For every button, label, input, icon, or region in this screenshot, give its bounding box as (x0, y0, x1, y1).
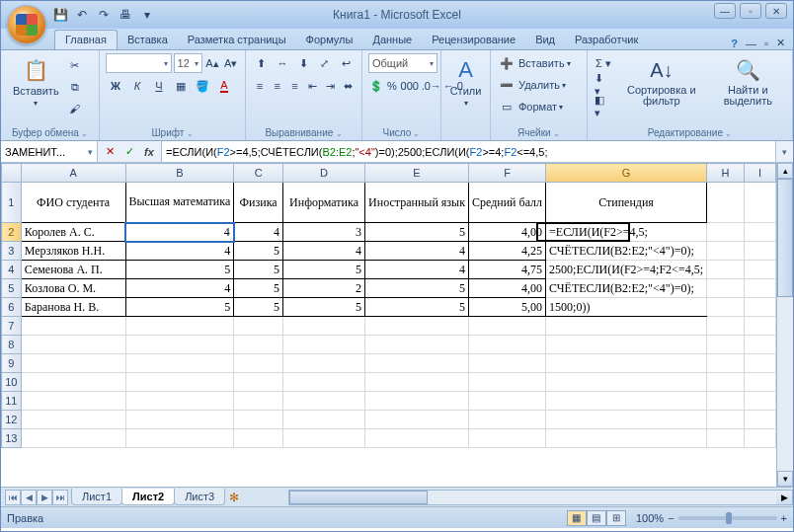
cell[interactable] (365, 317, 469, 336)
minimize-ribbon-icon[interactable]: — (746, 38, 756, 49)
cell[interactable] (21, 373, 125, 392)
cell[interactable] (744, 354, 775, 373)
cell[interactable] (744, 373, 775, 392)
cell[interactable]: 2500;ЕСЛИ(И(F2>=4;F2<=4,5; (546, 261, 707, 279)
scroll-down-icon[interactable]: ▾ (777, 471, 793, 487)
insert-cells-button[interactable]: Вставить (518, 57, 565, 69)
cell[interactable]: 5 (125, 298, 234, 317)
cell[interactable]: 4,25 (469, 242, 546, 261)
cell[interactable]: 4,00 (469, 279, 546, 298)
enter-formula-icon[interactable]: ✓ (121, 144, 137, 160)
page-break-view-icon[interactable]: ⊞ (606, 510, 626, 526)
cell[interactable]: 4 (365, 261, 469, 279)
cell[interactable]: Физика (234, 183, 283, 223)
align-left-icon[interactable]: ≡ (252, 76, 268, 96)
vertical-scrollbar[interactable]: ▴ ▾ (776, 163, 793, 487)
cell[interactable] (125, 392, 234, 411)
cell[interactable] (744, 242, 775, 261)
minimize-button[interactable]: — (714, 3, 736, 19)
save-icon[interactable]: 💾 (52, 7, 68, 23)
cell[interactable]: 5 (365, 223, 469, 242)
comma-icon[interactable]: 000 (400, 76, 420, 96)
cancel-formula-icon[interactable]: ✕ (102, 144, 118, 160)
cell[interactable]: Козлова О. М. (21, 279, 125, 298)
cell[interactable] (21, 317, 125, 336)
cell[interactable] (234, 317, 283, 336)
cell[interactable] (744, 411, 775, 429)
row-header[interactable]: 4 (2, 261, 22, 279)
row-header[interactable]: 13 (2, 429, 22, 448)
cell[interactable] (744, 429, 775, 448)
wrap-text-icon[interactable]: ↩ (337, 53, 356, 73)
delete-cells-icon[interactable]: ➖ (497, 75, 516, 95)
cell[interactable] (744, 279, 775, 298)
fill-color-icon[interactable]: 🪣 (193, 76, 212, 96)
clear-icon[interactable]: ◧ ▾ (594, 97, 613, 116)
cell[interactable]: 5 (234, 298, 283, 317)
scroll-up-icon[interactable]: ▴ (777, 163, 793, 179)
font-name-combo[interactable]: ▾ (106, 53, 172, 73)
close-doc-icon[interactable]: ✕ (776, 37, 785, 49)
cell[interactable] (469, 317, 546, 336)
row-header[interactable]: 12 (2, 411, 22, 429)
col-header[interactable]: B (125, 164, 234, 183)
sheet-tab[interactable]: Лист2 (121, 489, 175, 505)
cell[interactable] (744, 261, 775, 279)
align-top-icon[interactable]: ⬆ (252, 53, 271, 73)
grow-font-icon[interactable]: A▴ (204, 53, 221, 73)
cell[interactable]: Баранова Н. В. (21, 298, 125, 317)
cell[interactable]: 5 (365, 279, 469, 298)
cell[interactable] (706, 183, 744, 223)
row-header[interactable]: 6 (2, 298, 22, 317)
cell[interactable] (706, 392, 744, 411)
cell[interactable] (21, 429, 125, 448)
cell[interactable]: 4 (365, 242, 469, 261)
cell[interactable]: Семенова А. П. (21, 261, 125, 279)
col-header[interactable]: D (283, 164, 365, 183)
paste-button[interactable]: 📋 Вставить ▾ (7, 53, 65, 118)
cell[interactable] (706, 373, 744, 392)
cell[interactable] (21, 354, 125, 373)
italic-icon[interactable]: К (127, 76, 147, 96)
tab-insert[interactable]: Вставка (118, 31, 178, 49)
cell[interactable]: СЧЁТЕСЛИ(B2:E2;"<4")=0); (546, 279, 707, 298)
col-header[interactable]: F (469, 164, 546, 183)
cut-icon[interactable]: ✂ (65, 55, 85, 75)
last-sheet-icon[interactable]: ⏭ (52, 490, 68, 505)
cell[interactable]: 3 (283, 223, 365, 242)
cell[interactable]: 4,00 (469, 223, 546, 242)
tab-view[interactable]: Вид (525, 31, 565, 49)
tab-home[interactable]: Главная (54, 30, 118, 49)
col-header[interactable]: H (706, 164, 744, 183)
sort-filter-button[interactable]: A↓ Сортировка и фильтр (617, 53, 706, 116)
cell[interactable] (283, 336, 365, 354)
cell[interactable] (546, 317, 707, 336)
horizontal-scrollbar[interactable]: ◀ ▶ (288, 490, 793, 505)
cell[interactable] (234, 336, 283, 354)
col-header[interactable]: C (234, 164, 283, 183)
tab-data[interactable]: Данные (362, 31, 422, 49)
cell[interactable] (744, 298, 775, 317)
row-header[interactable]: 8 (2, 336, 22, 354)
cell[interactable] (706, 261, 744, 279)
cell[interactable] (365, 373, 469, 392)
close-button[interactable]: ✕ (765, 3, 787, 19)
normal-view-icon[interactable]: ▦ (567, 510, 587, 526)
prev-sheet-icon[interactable]: ◀ (21, 490, 37, 505)
cell[interactable] (706, 279, 744, 298)
cell[interactable] (283, 392, 365, 411)
cell[interactable] (21, 411, 125, 429)
cell[interactable] (744, 317, 775, 336)
cell[interactable] (546, 429, 707, 448)
expand-formula-icon[interactable]: ▾ (775, 141, 793, 162)
font-color-icon[interactable]: A (214, 76, 234, 96)
cell[interactable]: 4 (283, 242, 365, 261)
cell[interactable]: 5 (283, 261, 365, 279)
zoom-level[interactable]: 100% (636, 512, 664, 524)
cell[interactable] (546, 411, 707, 429)
cell[interactable] (546, 373, 707, 392)
border-icon[interactable]: ▦ (171, 76, 191, 96)
indent-inc-icon[interactable]: ⇥ (322, 76, 338, 96)
row-header[interactable]: 11 (2, 392, 22, 411)
row-header[interactable]: 10 (2, 373, 22, 392)
